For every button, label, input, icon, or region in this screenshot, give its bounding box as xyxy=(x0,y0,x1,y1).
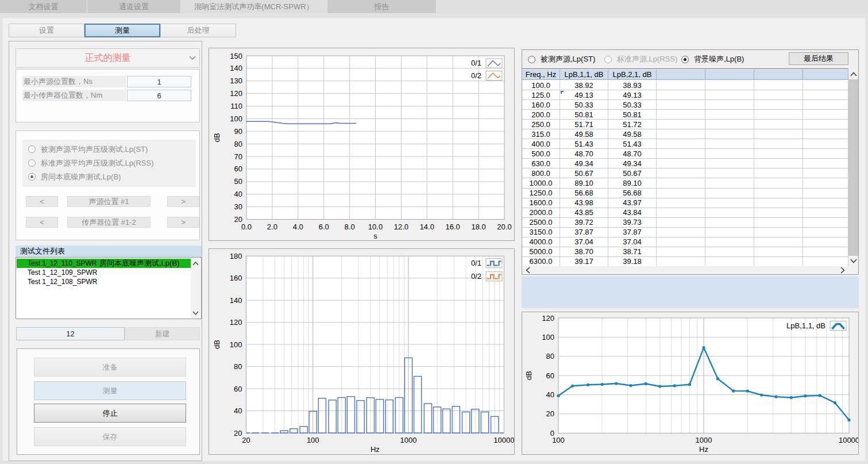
table-cell: 49.34 xyxy=(560,159,608,168)
table-vscrollbar[interactable] xyxy=(848,69,858,266)
svg-text:14.0: 14.0 xyxy=(420,223,434,231)
scroll-down-icon[interactable] xyxy=(848,258,858,264)
table-cell xyxy=(705,90,754,99)
column-header[interactable] xyxy=(754,70,803,79)
result-radio-2[interactable]: 标准声源,Lp(RSS) xyxy=(604,55,677,64)
table-row[interactable]: 160.050.3350.33 xyxy=(522,100,848,110)
table-row[interactable]: 1000.089.1089.10 xyxy=(522,179,848,189)
table-hscrollbar[interactable] xyxy=(522,266,848,274)
table-cell xyxy=(705,179,754,188)
table-row[interactable]: 1250.056.6856.68 xyxy=(522,189,848,198)
table-cell: 48.70 xyxy=(560,149,608,158)
table-row[interactable]: 4000.037.0437.04 xyxy=(522,237,848,247)
table-row[interactable]: 100.038.9238.93 xyxy=(522,80,848,90)
table-cell: 49.34 xyxy=(608,159,657,168)
scroll-down-icon[interactable] xyxy=(191,309,200,317)
table-row[interactable]: 400.051.4351.43 xyxy=(522,139,848,149)
tab-2[interactable]: 通道设置 xyxy=(87,0,181,13)
action-button-2[interactable]: 测量 xyxy=(34,381,186,400)
svg-text:20: 20 xyxy=(234,429,242,438)
file-list-item[interactable]: Test 1_12_108_SPWR xyxy=(17,277,192,286)
table-cell xyxy=(657,168,705,178)
radio-icon xyxy=(604,56,612,63)
table-row[interactable]: 2000.043.8543.84 xyxy=(522,208,848,218)
field-input[interactable]: 1 xyxy=(127,76,191,87)
column-header[interactable]: LpB,1,1, dB xyxy=(560,70,608,79)
scrollbar-thumb[interactable] xyxy=(848,79,858,256)
new-button[interactable]: 新建 xyxy=(125,327,200,340)
table-row[interactable]: 630.049.3449.34 xyxy=(522,159,848,168)
test-file-list[interactable]: Test 1_12_110_SPWR房间本底噪声测试,Lp(B)Test 1_1… xyxy=(16,257,202,319)
action-button-1[interactable]: 准备 xyxy=(34,358,186,377)
table-row[interactable]: 200.050.8150.81 xyxy=(522,110,848,120)
table-cell: 1600.0 xyxy=(522,198,560,208)
table-cell: 51.71 xyxy=(560,120,608,129)
table-cell: 1250.0 xyxy=(522,189,560,198)
column-header[interactable] xyxy=(803,70,848,79)
svg-text:60: 60 xyxy=(234,164,242,173)
position-label-button[interactable]: 传声器位置 #1-2 xyxy=(67,217,151,228)
table-row[interactable]: 250.051.7151.72 xyxy=(522,120,848,129)
results-table[interactable]: Freq., HzLpB,1,1, dBLpB,2,1, dB 100.038.… xyxy=(522,68,848,266)
list-scrollbar[interactable] xyxy=(191,258,200,318)
table-cell xyxy=(754,168,803,178)
counter-input[interactable]: 12 xyxy=(16,327,125,340)
svg-text:140: 140 xyxy=(230,296,242,305)
subtab-1[interactable]: 设置 xyxy=(9,24,84,37)
file-name: Test 1_12_109_SPWR xyxy=(28,269,97,277)
subtab-3[interactable]: 后处理 xyxy=(160,24,236,37)
table-row[interactable]: 3150.037.8737.87 xyxy=(522,228,848,237)
scroll-left-icon[interactable] xyxy=(524,266,531,274)
tab-3[interactable]: 混响室法测试声功率(MCR-SPWR） xyxy=(181,0,327,13)
svg-text:80: 80 xyxy=(234,362,242,371)
table-row[interactable]: 500.048.7048.70 xyxy=(522,149,848,159)
table-row[interactable]: 125.049.1349.13 xyxy=(522,90,848,100)
table-cell xyxy=(705,218,754,227)
svg-text:120: 120 xyxy=(230,318,242,327)
file-list-item[interactable]: Test 1_12_109_SPWR xyxy=(17,268,192,277)
column-header[interactable]: Freq., Hz xyxy=(522,70,560,79)
test-type-radio-1[interactable]: 被测声源平均声压级测试,Lp(ST) xyxy=(28,145,148,154)
scroll-up-icon[interactable] xyxy=(191,259,200,267)
result-radio-3[interactable]: 背景噪声,Lp(B) xyxy=(681,55,744,64)
column-header[interactable] xyxy=(705,70,754,79)
table-cell xyxy=(803,247,848,256)
column-header[interactable] xyxy=(657,70,705,79)
table-row[interactable]: 2500.039.7239.73 xyxy=(522,218,848,228)
subtab-2[interactable]: 测量 xyxy=(84,24,160,37)
table-row[interactable]: 800.050.6750.67 xyxy=(522,168,848,178)
position-next-button[interactable]: > xyxy=(167,196,199,207)
table-cell: 315.0 xyxy=(522,129,560,139)
table-row[interactable]: 315.049.5849.58 xyxy=(522,129,848,139)
test-type-radio-2[interactable]: 标准声源平均声压级测试,Lp(RSS) xyxy=(28,159,153,168)
table-row[interactable]: 6300.039.1739.18 xyxy=(522,257,848,267)
svg-text:20: 20 xyxy=(546,409,554,418)
scroll-right-icon[interactable] xyxy=(839,266,846,274)
radio-label: 被测声源,Lp(ST) xyxy=(541,54,595,64)
tab-1[interactable]: 文档设置 xyxy=(0,0,87,13)
scroll-up-icon[interactable] xyxy=(848,71,858,78)
position-prev-button[interactable]: < xyxy=(26,196,58,207)
table-row[interactable]: 1600.043.9843.97 xyxy=(522,198,848,208)
table-cell xyxy=(754,218,803,227)
column-header[interactable]: LpB,2,1, dB xyxy=(608,70,657,79)
last-result-button[interactable]: 最后结果 xyxy=(789,52,848,65)
field-input[interactable]: 6 xyxy=(127,90,191,101)
result-radio-1[interactable]: 被测声源,Lp(ST) xyxy=(528,55,595,64)
action-button-3[interactable]: 停止 xyxy=(34,404,186,423)
position-label-button[interactable]: 声源位置 #1 xyxy=(67,196,151,207)
table-cell: 51.72 xyxy=(608,120,657,129)
test-type-radio-3[interactable]: 房间本底噪声测试,Lp(B) xyxy=(28,172,121,182)
table-cell: 37.04 xyxy=(608,237,657,247)
position-next-button[interactable]: > xyxy=(167,217,199,228)
svg-text:Hz: Hz xyxy=(699,445,708,454)
file-list-item[interactable]: Test 1_12_110_SPWR房间本底噪声测试,Lp(B) xyxy=(17,259,192,268)
table-row[interactable]: 5000.038.7038.71 xyxy=(522,247,848,257)
svg-text:40: 40 xyxy=(234,407,242,415)
action-button-4[interactable]: 保存 xyxy=(34,427,186,446)
tab-4[interactable]: 报告 xyxy=(327,0,437,13)
table-cell: 250.0 xyxy=(522,120,560,129)
table-cell xyxy=(754,149,803,158)
measurement-mode-select[interactable]: 正式的测量 xyxy=(16,48,200,68)
position-prev-button[interactable]: < xyxy=(26,217,58,228)
